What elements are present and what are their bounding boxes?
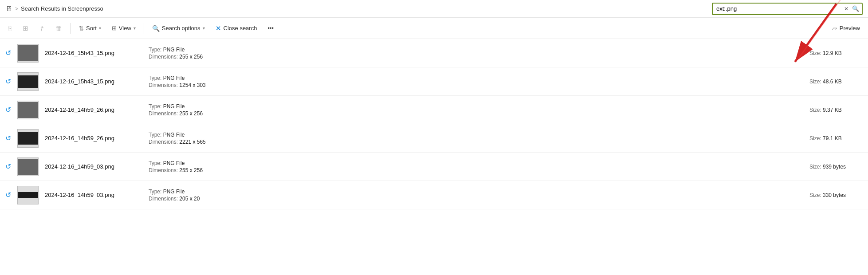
share-icon: ↗ [37,23,46,33]
copy-icon: ⎘ [8,24,12,32]
file-name: 2024-12-16_15h43_15.png [45,50,142,56]
table-row[interactable]: ↺ 2024-12-16_14h59_26.png Type: PNG File… [0,96,868,124]
file-thumbnail [17,72,39,91]
file-meta: Type: PNG File Dimensions: 255 x 256 [149,160,803,173]
sync-icon: ↺ [5,49,11,57]
sync-icon: ↺ [5,191,11,199]
file-type: Type: PNG File [149,103,803,110]
table-row[interactable]: ↺ 2024-12-16_14h59_03.png Type: PNG File… [0,153,868,181]
file-meta: Type: PNG File Dimensions: 1254 x 303 [149,75,803,88]
file-size: Size: 48.6 KB [809,79,863,85]
file-name: 2024-12-16_14h59_03.png [45,163,142,170]
sync-icon: ↺ [5,162,11,171]
file-thumbnail [17,129,39,148]
view-icon: ⊞ [112,25,117,31]
sync-icon: ↺ [5,134,11,142]
sync-icon: ↺ [5,77,11,86]
view-chevron-icon: ▾ [134,26,136,31]
file-size: Size: 330 bytes [809,192,863,198]
file-thumbnail [17,44,39,63]
sort-icon: ⇅ [79,25,84,32]
more-options-label: ••• [267,25,274,31]
file-size: Size: 79.1 KB [809,135,863,141]
file-name: 2024-12-16_14h59_26.png [45,135,142,141]
table-row[interactable]: ↺ 2024-12-16_15h43_15.png Type: PNG File… [0,67,868,96]
file-thumbnail [17,186,39,204]
sort-label: Sort [86,25,97,31]
preview-label: Preview [840,25,860,31]
file-list: ↺ 2024-12-16_15h43_15.png Type: PNG File… [0,39,868,274]
view-label: View [119,25,131,31]
file-type: Type: PNG File [149,189,803,195]
search-options-button[interactable]: 🔍 Search options ▾ [148,23,209,34]
file-size: Size: 939 bytes [809,164,863,170]
file-name: 2024-12-16_14h59_03.png [45,192,142,198]
search-options-icon: 🔍 [152,25,160,32]
separator-2 [144,23,144,34]
preview-icon: ▱ [832,25,837,32]
file-meta: Type: PNG File Dimensions: 255 x 256 [149,47,803,60]
file-thumbnail [17,101,39,119]
monitor-icon: 🖥 [5,5,12,13]
file-dimensions: Dimensions: 205 x 20 [149,196,803,202]
copy-button[interactable]: ⎘ [4,23,16,34]
table-row[interactable]: ↺ 2024-12-16_14h59_26.png Type: PNG File… [0,124,868,153]
file-dimensions: Dimensions: 255 x 256 [149,167,803,173]
file-dimensions: Dimensions: 2221 x 565 [149,139,803,145]
file-type: Type: PNG File [149,132,803,138]
search-clear-button[interactable]: ✕ [842,5,850,13]
file-size: Size: 9.37 KB [809,107,863,113]
search-input[interactable] [712,3,863,15]
search-options-label: Search options [162,25,200,31]
separator-1 [70,23,71,34]
delete-icon: 🗑 [55,24,62,32]
file-type: Type: PNG File [149,160,803,166]
table-row[interactable]: ↺ 2024-12-16_14h59_03.png Type: PNG File… [0,181,868,209]
sort-button[interactable]: ⇅ Sort ▾ [74,23,106,34]
title-bar: 🖥 > Search Results in Screenpresso ✕ 🔍 [0,0,868,18]
search-box-wrapper: ✕ 🔍 [712,3,863,15]
close-search-icon: ✕ [216,24,221,32]
view-button[interactable]: ⊞ View ▾ [107,23,140,33]
file-meta: Type: PNG File Dimensions: 255 x 256 [149,103,803,117]
file-thumbnail [17,157,39,176]
close-search-label: Close search [224,25,257,31]
file-name: 2024-12-16_14h59_26.png [45,106,142,113]
gallery-icon: ⊞ [23,24,28,32]
delete-button[interactable]: 🗑 [51,23,67,34]
close-search-button[interactable]: ✕ Close search [211,23,262,34]
file-name: 2024-12-16_15h43_15.png [45,78,142,85]
file-dimensions: Dimensions: 255 x 256 [149,54,803,60]
file-meta: Type: PNG File Dimensions: 2221 x 565 [149,132,803,145]
share-button[interactable]: ↗ [35,23,49,34]
gallery-button[interactable]: ⊞ [18,23,33,34]
file-dimensions: Dimensions: 1254 x 303 [149,82,803,88]
search-submit-button[interactable]: 🔍 [850,4,861,13]
table-row[interactable]: ↺ 2024-12-16_15h43_15.png Type: PNG File… [0,39,868,67]
file-size: Size: 12.9 KB [809,50,863,56]
breadcrumb-path: Search Results in Screenpresso [21,5,103,12]
sort-chevron-icon: ▾ [99,26,101,31]
preview-button[interactable]: ▱ Preview [828,23,864,34]
breadcrumb-chevron: > [15,6,18,12]
file-dimensions: Dimensions: 255 x 256 [149,110,803,117]
file-type: Type: PNG File [149,47,803,53]
toolbar: ⎘ ⊞ ↗ 🗑 ⇅ Sort ▾ ⊞ View ▾ 🔍 Search optio… [0,18,868,39]
file-type: Type: PNG File [149,75,803,81]
search-options-chevron-icon: ▾ [203,26,205,31]
more-options-button[interactable]: ••• [263,23,278,33]
file-meta: Type: PNG File Dimensions: 205 x 20 [149,189,803,202]
sync-icon: ↺ [5,106,11,114]
